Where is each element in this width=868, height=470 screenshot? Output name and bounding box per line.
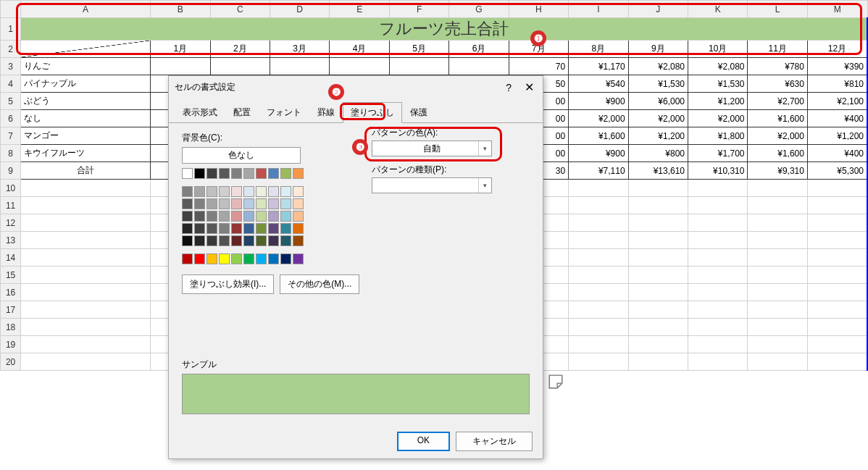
color-swatch[interactable]	[293, 168, 304, 179]
color-swatch[interactable]	[194, 211, 205, 222]
color-swatch[interactable]	[268, 198, 279, 209]
color-swatch[interactable]	[231, 186, 242, 197]
col-L[interactable]: L	[748, 1, 807, 18]
color-swatch[interactable]	[256, 168, 267, 179]
row-17[interactable]: 17	[1, 301, 21, 319]
more-colors-button[interactable]: その他の色(M)...	[280, 274, 359, 294]
row-20[interactable]: 20	[1, 353, 21, 371]
col-G[interactable]: G	[449, 1, 509, 18]
col-A[interactable]: A	[21, 1, 151, 18]
row-3[interactable]: 3	[1, 58, 21, 75]
fruit-label[interactable]: マンゴー	[21, 127, 151, 145]
pattern-type-select[interactable]: ▾	[372, 177, 492, 193]
col-K[interactable]: K	[688, 1, 748, 18]
cancel-button[interactable]: キャンセル	[456, 432, 533, 451]
color-swatch[interactable]	[194, 235, 205, 246]
color-swatch[interactable]	[293, 223, 304, 234]
color-swatch[interactable]	[219, 253, 230, 264]
color-swatch[interactable]	[231, 211, 242, 222]
row-11[interactable]: 11	[1, 197, 21, 214]
color-swatch[interactable]	[182, 168, 193, 179]
color-swatch[interactable]	[243, 253, 254, 264]
color-swatch[interactable]	[293, 198, 304, 209]
color-swatch[interactable]	[268, 168, 279, 179]
col-E[interactable]: E	[330, 1, 389, 18]
color-swatch[interactable]	[194, 186, 205, 197]
row-4[interactable]: 4	[1, 75, 21, 93]
color-swatch[interactable]	[219, 198, 230, 209]
color-swatch[interactable]	[256, 253, 267, 264]
color-swatch[interactable]	[256, 235, 267, 246]
color-swatch[interactable]	[182, 211, 193, 222]
color-swatch[interactable]	[268, 211, 279, 222]
color-swatch[interactable]	[268, 253, 279, 264]
color-swatch[interactable]	[206, 211, 217, 222]
row-12[interactable]: 12	[1, 214, 21, 232]
row-13[interactable]: 13	[1, 232, 21, 249]
row-6[interactable]: 6	[1, 110, 21, 127]
tab-number-format[interactable]: 表示形式	[175, 102, 225, 123]
color-swatch[interactable]	[293, 253, 304, 264]
color-swatch[interactable]	[206, 186, 217, 197]
color-swatch[interactable]	[280, 253, 291, 264]
color-swatch[interactable]	[206, 198, 217, 209]
color-swatch[interactable]	[280, 235, 291, 246]
color-swatch[interactable]	[268, 235, 279, 246]
color-swatch[interactable]	[194, 198, 205, 209]
color-swatch[interactable]	[256, 211, 267, 222]
col-J[interactable]: J	[628, 1, 688, 18]
color-swatch[interactable]	[243, 198, 254, 209]
color-swatch[interactable]	[219, 223, 230, 234]
close-icon[interactable]: ✕	[522, 80, 537, 94]
fruit-label[interactable]: なし	[21, 110, 151, 127]
color-swatch[interactable]	[231, 168, 242, 179]
color-swatch[interactable]	[243, 211, 254, 222]
color-swatch[interactable]	[243, 223, 254, 234]
color-swatch[interactable]	[256, 186, 267, 197]
color-swatch[interactable]	[194, 253, 205, 264]
color-swatch[interactable]	[219, 168, 230, 179]
color-swatch[interactable]	[219, 211, 230, 222]
pattern-color-select[interactable]: 自動 ▾	[372, 140, 492, 156]
color-swatch[interactable]	[182, 198, 193, 209]
color-swatch[interactable]	[182, 235, 193, 246]
fruit-label[interactable]: キウイフルーツ	[21, 145, 151, 162]
col-M[interactable]: M	[807, 1, 867, 18]
color-swatch[interactable]	[182, 186, 193, 197]
color-swatch[interactable]	[219, 186, 230, 197]
col-D[interactable]: D	[270, 1, 329, 18]
row-2[interactable]: 2	[1, 41, 21, 58]
color-swatch[interactable]	[280, 223, 291, 234]
row-16[interactable]: 16	[1, 284, 21, 301]
tab-alignment[interactable]: 配置	[225, 102, 259, 123]
col-I[interactable]: I	[569, 1, 628, 18]
tab-border[interactable]: 罫線	[309, 102, 343, 123]
color-swatch[interactable]	[194, 168, 205, 179]
col-H[interactable]: H	[509, 1, 568, 18]
ok-button[interactable]: OK	[397, 432, 450, 451]
row-8[interactable]: 8	[1, 145, 21, 162]
color-swatch[interactable]	[206, 168, 217, 179]
fill-effects-button[interactable]: 塗りつぶし効果(I)...	[182, 274, 274, 294]
color-swatch[interactable]	[206, 223, 217, 234]
col-F[interactable]: F	[389, 1, 448, 18]
row-10[interactable]: 10	[1, 180, 21, 197]
fruit-label[interactable]: ぶどう	[21, 93, 151, 110]
color-swatch[interactable]	[256, 223, 267, 234]
color-swatch[interactable]	[280, 186, 291, 197]
row-15[interactable]: 15	[1, 267, 21, 284]
row-18[interactable]: 18	[1, 319, 21, 336]
color-swatch[interactable]	[206, 253, 217, 264]
tab-fill[interactable]: 塗りつぶし	[343, 102, 402, 123]
color-swatch[interactable]	[268, 223, 279, 234]
color-swatch[interactable]	[243, 235, 254, 246]
row-5[interactable]: 5	[1, 93, 21, 110]
col-C[interactable]: C	[210, 1, 270, 18]
fruit-label[interactable]: パイナップル	[21, 75, 151, 93]
color-swatch[interactable]	[231, 223, 242, 234]
title-cell[interactable]: フルーツ売上合計	[21, 18, 867, 41]
row-19[interactable]: 19	[1, 336, 21, 353]
color-swatch[interactable]	[231, 198, 242, 209]
row-14[interactable]: 14	[1, 249, 21, 267]
color-swatch[interactable]	[293, 186, 304, 197]
